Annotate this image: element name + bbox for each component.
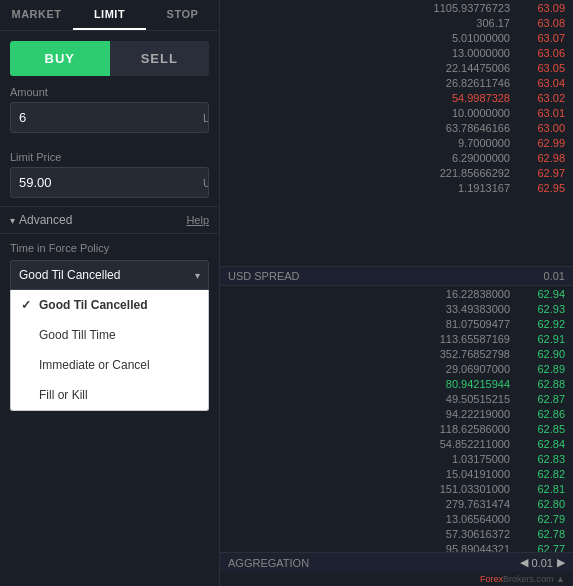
tif-option-fok[interactable]: Fill or Kill <box>11 380 208 410</box>
sell-price[interactable]: 63.04 <box>510 77 565 89</box>
tab-stop[interactable]: STOP <box>146 0 219 30</box>
limit-price-input-row: USD <box>10 167 209 198</box>
forex-logo-text: ForexBrokers.com ▲ <box>480 574 565 584</box>
sell-button[interactable]: SELL <box>110 41 210 76</box>
tif-dropdown: Good Til Cancelled ▾ ✓ Good Til Cancelle… <box>10 260 209 290</box>
sell-qty: 9.7000000 <box>228 137 510 149</box>
aggregation-row: AGGREGATION ◀ 0.01 ▶ <box>220 552 573 572</box>
buy-price[interactable]: 62.77 <box>510 543 565 553</box>
buy-price[interactable]: 62.86 <box>510 408 565 420</box>
sell-qty: 1105.93776723 <box>228 2 510 14</box>
aggregation-minus-icon[interactable]: ◀ <box>520 556 528 569</box>
sell-order-row: 26.82611746 63.04 <box>220 75 573 90</box>
buy-order-row: 118.62586000 62.85 <box>220 421 573 436</box>
limit-price-label: Limit Price <box>10 151 209 163</box>
amount-input[interactable] <box>11 103 195 132</box>
amount-input-row: LTC <box>10 102 209 133</box>
sell-qty: 26.82611746 <box>228 77 510 89</box>
tif-dropdown-arrow-icon: ▾ <box>195 270 200 281</box>
sell-price[interactable]: 63.01 <box>510 107 565 119</box>
sell-price[interactable]: 63.06 <box>510 47 565 59</box>
sell-qty: 22.14475006 <box>228 62 510 74</box>
buy-order-row: 113.65587169 62.91 <box>220 331 573 346</box>
buy-price[interactable]: 62.90 <box>510 348 565 360</box>
sell-order-row: 5.01000000 63.07 <box>220 30 573 45</box>
buy-qty: 94.22219000 <box>228 408 510 420</box>
limit-price-input[interactable] <box>11 168 195 197</box>
sell-price[interactable]: 63.08 <box>510 17 565 29</box>
buy-order-row: 29.06907000 62.89 <box>220 361 573 376</box>
buy-price[interactable]: 62.82 <box>510 468 565 480</box>
sell-side: 1105.93776723 63.09 306.17 63.08 5.01000… <box>220 0 573 266</box>
buy-price[interactable]: 62.92 <box>510 318 565 330</box>
buy-price[interactable]: 62.84 <box>510 438 565 450</box>
buy-qty: 151.03301000 <box>228 483 510 495</box>
sell-price[interactable]: 62.99 <box>510 137 565 149</box>
buy-price[interactable]: 62.80 <box>510 498 565 510</box>
buy-qty: 29.06907000 <box>228 363 510 375</box>
tab-limit[interactable]: LIMIT <box>73 0 146 30</box>
buy-price[interactable]: 62.89 <box>510 363 565 375</box>
sell-price[interactable]: 63.02 <box>510 92 565 104</box>
tif-option-ioc-label: Immediate or Cancel <box>39 358 150 372</box>
order-book: 1105.93776723 63.09 306.17 63.08 5.01000… <box>220 0 573 586</box>
sell-order-row: 54.9987328 63.02 <box>220 90 573 105</box>
help-link[interactable]: Help <box>186 214 209 226</box>
sell-price[interactable]: 62.95 <box>510 182 565 194</box>
sell-qty: 6.29000000 <box>228 152 510 164</box>
sell-order-row: 9.7000000 62.99 <box>220 135 573 150</box>
limit-price-section: Limit Price USD <box>0 141 219 206</box>
sell-price[interactable]: 63.00 <box>510 122 565 134</box>
buy-qty: 352.76852798 <box>228 348 510 360</box>
tif-option-gtt-label: Good Till Time <box>39 328 116 342</box>
buy-price[interactable]: 62.87 <box>510 393 565 405</box>
buy-side: 16.22838000 62.94 33.49383000 62.93 81.0… <box>220 286 573 552</box>
buy-order-row: 49.50515215 62.87 <box>220 391 573 406</box>
amount-unit: LTC <box>195 105 209 131</box>
tif-option-ioc[interactable]: Immediate or Cancel <box>11 350 208 380</box>
buy-price[interactable]: 62.91 <box>510 333 565 345</box>
buy-qty: 57.30616372 <box>228 528 510 540</box>
aggregation-value: 0.01 <box>532 557 553 569</box>
sell-price[interactable]: 63.05 <box>510 62 565 74</box>
tif-dropdown-trigger[interactable]: Good Til Cancelled ▾ <box>10 260 209 290</box>
forex-logo: ForexBrokers.com ▲ <box>220 572 573 586</box>
buy-qty: 16.22838000 <box>228 288 510 300</box>
buy-button[interactable]: BUY <box>10 41 110 76</box>
buy-price[interactable]: 62.88 <box>510 378 565 390</box>
advanced-label[interactable]: ▾ Advanced <box>10 213 72 227</box>
buy-order-row: 16.22838000 62.94 <box>220 286 573 301</box>
buy-price[interactable]: 62.94 <box>510 288 565 300</box>
buy-price[interactable]: 62.93 <box>510 303 565 315</box>
sell-price[interactable]: 62.98 <box>510 152 565 164</box>
sell-qty: 221.85666292 <box>228 167 510 179</box>
tif-option-gtt[interactable]: Good Till Time <box>11 320 208 350</box>
sell-qty: 13.0000000 <box>228 47 510 59</box>
sell-order-row: 6.29000000 62.98 <box>220 150 573 165</box>
left-panel: MARKET LIMIT STOP BUY SELL Amount LTC Li… <box>0 0 220 586</box>
sell-qty: 5.01000000 <box>228 32 510 44</box>
aggregation-plus-icon[interactable]: ▶ <box>557 556 565 569</box>
buy-qty: 13.06564000 <box>228 513 510 525</box>
buy-order-row: 54.852211000 62.84 <box>220 436 573 451</box>
buy-qty: 95.89044321 <box>228 543 510 553</box>
tab-market[interactable]: MARKET <box>0 0 73 30</box>
spread-label: USD SPREAD <box>228 270 300 282</box>
amount-section: Amount LTC <box>0 76 219 141</box>
buy-price[interactable]: 62.85 <box>510 423 565 435</box>
buy-price[interactable]: 62.78 <box>510 528 565 540</box>
tif-option-gtc[interactable]: ✓ Good Til Cancelled <box>11 290 208 320</box>
sell-price[interactable]: 63.07 <box>510 32 565 44</box>
buy-order-row: 13.06564000 62.79 <box>220 511 573 526</box>
buy-qty: 1.03175000 <box>228 453 510 465</box>
spread-value: 0.01 <box>544 270 565 282</box>
buy-qty: 54.852211000 <box>228 438 510 450</box>
buy-order-row: 94.22219000 62.86 <box>220 406 573 421</box>
sell-order-row: 1.1913167 62.95 <box>220 180 573 195</box>
sell-order-row: 10.0000000 63.01 <box>220 105 573 120</box>
buy-price[interactable]: 62.79 <box>510 513 565 525</box>
sell-price[interactable]: 62.97 <box>510 167 565 179</box>
buy-price[interactable]: 62.83 <box>510 453 565 465</box>
buy-price[interactable]: 62.81 <box>510 483 565 495</box>
sell-price[interactable]: 63.09 <box>510 2 565 14</box>
